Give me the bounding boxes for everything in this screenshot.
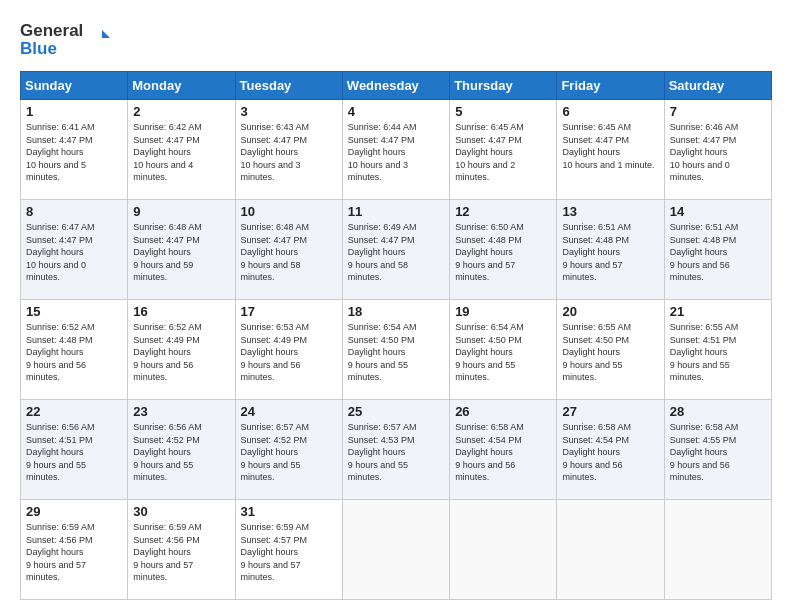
calendar-cell [450, 500, 557, 600]
day-number: 11 [348, 204, 444, 219]
day-info: Sunrise: 6:50 AM Sunset: 4:48 PM Dayligh… [455, 221, 551, 284]
calendar-cell: 31 Sunrise: 6:59 AM Sunset: 4:57 PM Dayl… [235, 500, 342, 600]
calendar-cell: 30 Sunrise: 6:59 AM Sunset: 4:56 PM Dayl… [128, 500, 235, 600]
day-info: Sunrise: 6:59 AM Sunset: 4:57 PM Dayligh… [241, 521, 337, 584]
day-number: 16 [133, 304, 229, 319]
day-number: 30 [133, 504, 229, 519]
calendar-cell: 6 Sunrise: 6:45 AM Sunset: 4:47 PM Dayli… [557, 100, 664, 200]
day-number: 31 [241, 504, 337, 519]
calendar-cell: 13 Sunrise: 6:51 AM Sunset: 4:48 PM Dayl… [557, 200, 664, 300]
day-number: 18 [348, 304, 444, 319]
day-info: Sunrise: 6:41 AM Sunset: 4:47 PM Dayligh… [26, 121, 122, 184]
calendar-table: SundayMondayTuesdayWednesdayThursdayFrid… [20, 71, 772, 600]
calendar-cell: 26 Sunrise: 6:58 AM Sunset: 4:54 PM Dayl… [450, 400, 557, 500]
calendar-cell: 17 Sunrise: 6:53 AM Sunset: 4:49 PM Dayl… [235, 300, 342, 400]
calendar-cell: 25 Sunrise: 6:57 AM Sunset: 4:53 PM Dayl… [342, 400, 449, 500]
day-number: 12 [455, 204, 551, 219]
day-info: Sunrise: 6:58 AM Sunset: 4:54 PM Dayligh… [455, 421, 551, 484]
day-info: Sunrise: 6:59 AM Sunset: 4:56 PM Dayligh… [26, 521, 122, 584]
day-info: Sunrise: 6:58 AM Sunset: 4:55 PM Dayligh… [670, 421, 766, 484]
day-info: Sunrise: 6:54 AM Sunset: 4:50 PM Dayligh… [348, 321, 444, 384]
page: General Blue SundayMondayTuesdayWednesda… [0, 0, 792, 612]
calendar-week-2: 8 Sunrise: 6:47 AM Sunset: 4:47 PM Dayli… [21, 200, 772, 300]
day-info: Sunrise: 6:47 AM Sunset: 4:47 PM Dayligh… [26, 221, 122, 284]
svg-marker-2 [102, 30, 110, 38]
day-number: 10 [241, 204, 337, 219]
calendar-week-1: 1 Sunrise: 6:41 AM Sunset: 4:47 PM Dayli… [21, 100, 772, 200]
calendar-cell: 15 Sunrise: 6:52 AM Sunset: 4:48 PM Dayl… [21, 300, 128, 400]
weekday-header-thursday: Thursday [450, 72, 557, 100]
calendar-cell: 11 Sunrise: 6:49 AM Sunset: 4:47 PM Dayl… [342, 200, 449, 300]
calendar-cell: 1 Sunrise: 6:41 AM Sunset: 4:47 PM Dayli… [21, 100, 128, 200]
logo-area: General Blue [20, 16, 110, 61]
day-info: Sunrise: 6:55 AM Sunset: 4:50 PM Dayligh… [562, 321, 658, 384]
day-number: 23 [133, 404, 229, 419]
calendar-cell: 21 Sunrise: 6:55 AM Sunset: 4:51 PM Dayl… [664, 300, 771, 400]
day-info: Sunrise: 6:51 AM Sunset: 4:48 PM Dayligh… [562, 221, 658, 284]
day-info: Sunrise: 6:56 AM Sunset: 4:52 PM Dayligh… [133, 421, 229, 484]
calendar-cell: 23 Sunrise: 6:56 AM Sunset: 4:52 PM Dayl… [128, 400, 235, 500]
calendar-cell [557, 500, 664, 600]
calendar-cell: 12 Sunrise: 6:50 AM Sunset: 4:48 PM Dayl… [450, 200, 557, 300]
day-info: Sunrise: 6:55 AM Sunset: 4:51 PM Dayligh… [670, 321, 766, 384]
calendar-cell: 24 Sunrise: 6:57 AM Sunset: 4:52 PM Dayl… [235, 400, 342, 500]
day-info: Sunrise: 6:53 AM Sunset: 4:49 PM Dayligh… [241, 321, 337, 384]
day-number: 7 [670, 104, 766, 119]
weekday-header-monday: Monday [128, 72, 235, 100]
calendar-cell: 10 Sunrise: 6:48 AM Sunset: 4:47 PM Dayl… [235, 200, 342, 300]
calendar-cell: 27 Sunrise: 6:58 AM Sunset: 4:54 PM Dayl… [557, 400, 664, 500]
day-info: Sunrise: 6:56 AM Sunset: 4:51 PM Dayligh… [26, 421, 122, 484]
weekday-header-wednesday: Wednesday [342, 72, 449, 100]
calendar-cell: 2 Sunrise: 6:42 AM Sunset: 4:47 PM Dayli… [128, 100, 235, 200]
calendar-cell: 4 Sunrise: 6:44 AM Sunset: 4:47 PM Dayli… [342, 100, 449, 200]
calendar-cell: 29 Sunrise: 6:59 AM Sunset: 4:56 PM Dayl… [21, 500, 128, 600]
calendar-week-4: 22 Sunrise: 6:56 AM Sunset: 4:51 PM Dayl… [21, 400, 772, 500]
day-info: Sunrise: 6:59 AM Sunset: 4:56 PM Dayligh… [133, 521, 229, 584]
day-number: 13 [562, 204, 658, 219]
day-info: Sunrise: 6:45 AM Sunset: 4:47 PM Dayligh… [562, 121, 658, 171]
weekday-header-tuesday: Tuesday [235, 72, 342, 100]
calendar-cell: 28 Sunrise: 6:58 AM Sunset: 4:55 PM Dayl… [664, 400, 771, 500]
day-info: Sunrise: 6:42 AM Sunset: 4:47 PM Dayligh… [133, 121, 229, 184]
weekday-header-saturday: Saturday [664, 72, 771, 100]
day-number: 25 [348, 404, 444, 419]
day-number: 9 [133, 204, 229, 219]
calendar-header-row: SundayMondayTuesdayWednesdayThursdayFrid… [21, 72, 772, 100]
day-number: 8 [26, 204, 122, 219]
day-number: 20 [562, 304, 658, 319]
day-info: Sunrise: 6:54 AM Sunset: 4:50 PM Dayligh… [455, 321, 551, 384]
svg-text:General: General [20, 21, 83, 40]
day-info: Sunrise: 6:58 AM Sunset: 4:54 PM Dayligh… [562, 421, 658, 484]
calendar-cell: 5 Sunrise: 6:45 AM Sunset: 4:47 PM Dayli… [450, 100, 557, 200]
day-number: 28 [670, 404, 766, 419]
calendar-cell: 9 Sunrise: 6:48 AM Sunset: 4:47 PM Dayli… [128, 200, 235, 300]
day-info: Sunrise: 6:51 AM Sunset: 4:48 PM Dayligh… [670, 221, 766, 284]
day-info: Sunrise: 6:48 AM Sunset: 4:47 PM Dayligh… [133, 221, 229, 284]
calendar-cell: 8 Sunrise: 6:47 AM Sunset: 4:47 PM Dayli… [21, 200, 128, 300]
day-info: Sunrise: 6:48 AM Sunset: 4:47 PM Dayligh… [241, 221, 337, 284]
day-info: Sunrise: 6:57 AM Sunset: 4:52 PM Dayligh… [241, 421, 337, 484]
calendar-cell [342, 500, 449, 600]
calendar-cell: 20 Sunrise: 6:55 AM Sunset: 4:50 PM Dayl… [557, 300, 664, 400]
calendar-week-3: 15 Sunrise: 6:52 AM Sunset: 4:48 PM Dayl… [21, 300, 772, 400]
day-number: 1 [26, 104, 122, 119]
day-number: 5 [455, 104, 551, 119]
day-number: 22 [26, 404, 122, 419]
weekday-header-sunday: Sunday [21, 72, 128, 100]
calendar-cell: 22 Sunrise: 6:56 AM Sunset: 4:51 PM Dayl… [21, 400, 128, 500]
calendar-cell: 18 Sunrise: 6:54 AM Sunset: 4:50 PM Dayl… [342, 300, 449, 400]
day-info: Sunrise: 6:43 AM Sunset: 4:47 PM Dayligh… [241, 121, 337, 184]
day-info: Sunrise: 6:46 AM Sunset: 4:47 PM Dayligh… [670, 121, 766, 184]
day-number: 19 [455, 304, 551, 319]
day-number: 24 [241, 404, 337, 419]
logo-svg: General Blue [20, 16, 110, 61]
day-info: Sunrise: 6:52 AM Sunset: 4:48 PM Dayligh… [26, 321, 122, 384]
day-number: 3 [241, 104, 337, 119]
day-number: 29 [26, 504, 122, 519]
calendar-week-5: 29 Sunrise: 6:59 AM Sunset: 4:56 PM Dayl… [21, 500, 772, 600]
calendar-cell: 7 Sunrise: 6:46 AM Sunset: 4:47 PM Dayli… [664, 100, 771, 200]
header: General Blue [20, 16, 772, 61]
day-number: 17 [241, 304, 337, 319]
calendar-cell: 19 Sunrise: 6:54 AM Sunset: 4:50 PM Dayl… [450, 300, 557, 400]
calendar-cell [664, 500, 771, 600]
